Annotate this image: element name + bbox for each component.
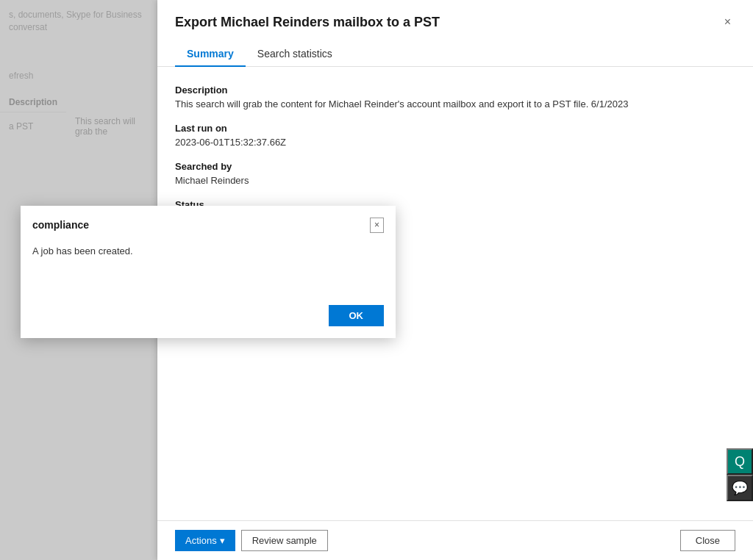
modal-title: compliance <box>32 219 89 231</box>
modal-header: compliance × <box>21 206 396 239</box>
modal-footer: OK <box>21 299 396 338</box>
modal-overlay: compliance × A job has been created. OK <box>0 0 753 560</box>
compliance-dialog: compliance × A job has been created. OK <box>21 206 396 338</box>
modal-body: A job has been created. <box>21 239 396 299</box>
ok-button[interactable]: OK <box>329 305 385 326</box>
modal-close-button[interactable]: × <box>370 218 384 233</box>
modal-message: A job has been created. <box>32 245 133 256</box>
